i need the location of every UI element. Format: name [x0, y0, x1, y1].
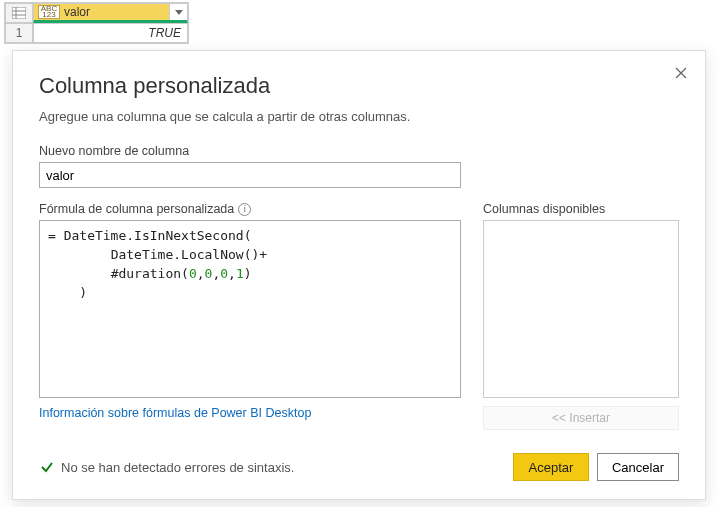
svg-rect-0 — [12, 7, 26, 19]
insert-button: << Insertar — [483, 406, 679, 430]
learn-more-link[interactable]: Información sobre fórmulas de Power BI D… — [39, 406, 311, 420]
column-type-icon: ABC 123 — [38, 5, 60, 19]
data-grid: ABC 123 valor 1 TRUE — [4, 2, 189, 44]
column-header-label: valor — [64, 5, 90, 19]
check-icon — [39, 459, 55, 475]
dialog-title: Columna personalizada — [39, 73, 679, 99]
name-label: Nuevo nombre de columna — [39, 144, 679, 158]
close-icon[interactable] — [671, 63, 691, 83]
dialog-subtitle: Agregue una columna que se calcula a par… — [39, 109, 679, 124]
column-name-input[interactable] — [39, 162, 461, 188]
syntax-status: No se han detectado errores de sintaxis. — [61, 460, 505, 475]
column-filter-dropdown[interactable] — [169, 4, 187, 20]
formula-editor[interactable]: = DateTime.IsInNextSecond( DateTime.Loca… — [39, 220, 461, 398]
available-columns-label: Columnas disponibles — [483, 202, 679, 216]
row-number: 1 — [5, 23, 33, 43]
cancel-button[interactable]: Cancelar — [597, 453, 679, 481]
column-header[interactable]: ABC 123 valor — [33, 3, 188, 23]
accept-button[interactable]: Aceptar — [513, 453, 589, 481]
table-corner-icon — [5, 3, 33, 23]
info-icon[interactable]: i — [238, 203, 251, 216]
cell-value: TRUE — [33, 23, 188, 43]
formula-label: Fórmula de columna personalizada i — [39, 202, 461, 216]
available-columns-list[interactable] — [483, 220, 679, 398]
custom-column-dialog: Columna personalizada Agregue una column… — [12, 50, 706, 500]
